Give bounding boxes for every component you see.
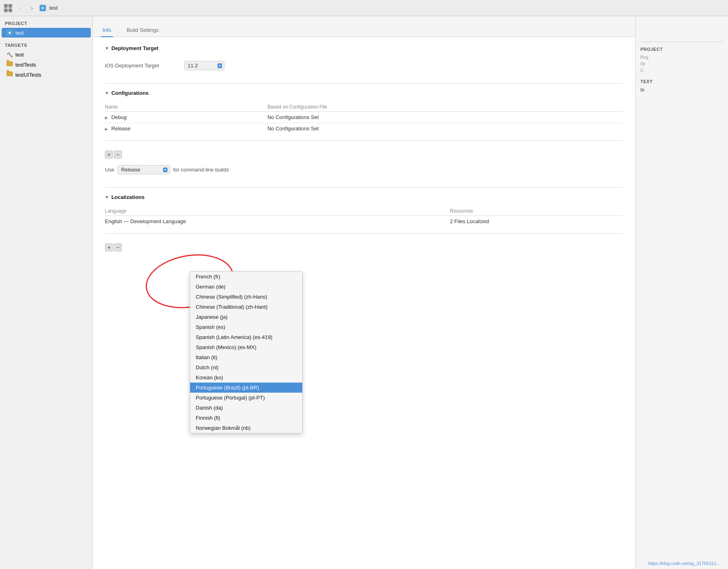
expand-arrow-release[interactable]: ▶ [105, 127, 108, 131]
url-bar: https://blog.csdn.net/qq_31765312... [648, 561, 720, 566]
inspector-text-value: In [640, 87, 723, 93]
sidebar-target-test-label: test [15, 52, 24, 58]
use-label: Use [105, 167, 114, 173]
release-select-wrapper: Release ▾ [117, 165, 170, 174]
dropdown-item-norwegian[interactable]: Norwegian Bokmål (nb) [190, 423, 302, 433]
dropdown-item-danish[interactable]: Danish (da) [190, 403, 302, 413]
inspector-org-label: Or [640, 61, 723, 66]
loc-english-language: English — Development Language [105, 216, 450, 227]
dropdown-item-japanese[interactable]: Japanese (ja) [190, 312, 302, 322]
loc-add-button[interactable]: + [105, 243, 113, 251]
ios-deployment-select[interactable]: 11.2 [184, 61, 224, 70]
localizations-label: Localizations [111, 194, 144, 200]
targets-section-header: TARGETS [0, 38, 92, 49]
ios-deployment-select-wrapper: 11.2 ▾ [184, 61, 224, 70]
dropdown-item-korean[interactable]: Korean (ko) [190, 372, 302, 383]
localizations-section: ▼ Localizations Language Resources Engli… [105, 194, 623, 255]
configurations-section: ▼ Configurations Name Based on Configura… [105, 90, 623, 178]
titlebar: ‹ › ■ test [0, 0, 728, 16]
deployment-target-header: ▼ Deployment Target [105, 45, 623, 51]
sidebar-target-testTests-label: testTests [15, 62, 36, 68]
dropdown-item-chinese-simplified[interactable]: Chinese (Simplified) (zh-Hans) [190, 292, 302, 302]
config-remove-button[interactable]: − [114, 151, 122, 159]
dropdown-item-portuguese-brazil[interactable]: Portuguese (Brazil) (pt-BR) [190, 383, 302, 393]
divider-2 [105, 187, 623, 188]
main-layout: PROJECT ■ test TARGETS 🔨 test testTests … [0, 16, 728, 569]
sidebar-item-testTests[interactable]: testTests [2, 60, 91, 69]
dropdown-item-spanish-latin[interactable]: Spanish (Latin America) (es-419) [190, 332, 302, 342]
col-resources: Resources [450, 207, 623, 216]
col-based-on: Based on Configuration File [268, 103, 623, 112]
loc-add-remove-row: + − [105, 240, 623, 255]
col-language: Language [105, 207, 450, 216]
expand-arrow-debug[interactable]: ▶ [105, 115, 108, 120]
project-file-icon: ■ [6, 29, 13, 36]
folder-icon-1 [6, 61, 13, 68]
tab-info[interactable]: Info [101, 24, 113, 37]
inspector-project-header: Project [640, 47, 723, 52]
cmdline-select[interactable]: Release [117, 165, 170, 174]
localizations-header: ▼ Localizations [105, 194, 623, 200]
sidebar-item-test-app[interactable]: 🔨 test [2, 50, 91, 59]
loc-remove-button[interactable]: − [114, 243, 122, 251]
deployment-target-label: Deployment Target [111, 45, 159, 51]
back-button[interactable]: ‹ [15, 4, 24, 13]
grid-icon [4, 4, 12, 12]
dropdown-item-portuguese-portugal[interactable]: Portuguese (Portugal) (pt-PT) [190, 393, 302, 403]
inspector-text-header: Text [640, 79, 723, 84]
sidebar: PROJECT ■ test TARGETS 🔨 test testTests … [0, 16, 93, 569]
settings-content: ▼ Deployment Target iOS Deployment Targe… [93, 37, 635, 569]
collapse-arrow-deployment[interactable]: ▼ [105, 46, 109, 50]
inspector-class-label: C [640, 68, 723, 73]
deployment-target-section: ▼ Deployment Target iOS Deployment Targe… [105, 45, 623, 73]
config-add-button[interactable]: + [105, 151, 113, 159]
dropdown-menu: French (fr) German (de) Chinese (Simplif… [190, 271, 303, 433]
cmdline-suffix: for command-line builds [173, 167, 229, 173]
dropdown-item-spanish-mexico[interactable]: Spanish (Mexico) (es-MX) [190, 342, 302, 352]
configurations-table: Name Based on Configuration File ▶ Debug… [105, 103, 623, 134]
config-release-based-on: No Configurations Set [268, 123, 623, 134]
file-icon: ■ [40, 5, 46, 11]
dropdown-item-dutch[interactable]: Dutch (nl) [190, 362, 302, 372]
inspector-project-section: Project Proj Or C [640, 47, 723, 73]
folder-icon-2 [6, 71, 13, 78]
sidebar-item-project[interactable]: ■ test [2, 28, 91, 38]
inspector-text-section: Text In [640, 79, 723, 93]
divider-loc [105, 233, 623, 234]
divider-config [105, 140, 623, 141]
sidebar-item-testUITests[interactable]: testUITests [2, 70, 91, 79]
table-row: ▶ Debug No Configurations Set [105, 112, 623, 123]
loc-english-resources: 2 Files Localized [450, 216, 623, 227]
cmdline-row: Use Release ▾ for command-line builds [105, 162, 623, 178]
divider-1 [105, 83, 623, 84]
app-target-icon: 🔨 [6, 51, 13, 58]
sidebar-project-label: test [15, 30, 24, 36]
config-add-remove-row: + − [105, 147, 623, 162]
inspector-proj-label: Proj [640, 55, 723, 60]
config-release-name: ▶ Release [105, 123, 268, 134]
dropdown-item-german[interactable]: German (de) [190, 282, 302, 292]
tab-bar: Info Build Settings [93, 16, 635, 37]
col-name: Name [105, 103, 268, 112]
localizations-table: Language Resources English — Development… [105, 207, 623, 227]
dropdown-item-italian[interactable]: Italian (it) [190, 352, 302, 362]
ios-deployment-row: iOS Deployment Target 11.2 ▾ [105, 58, 623, 73]
configurations-label: Configurations [111, 90, 149, 96]
table-row: English — Development Language 2 Files L… [105, 216, 623, 227]
project-section-header: PROJECT [0, 16, 92, 27]
dropdown-item-chinese-traditional[interactable]: Chinese (Traditional) (zh-Hant) [190, 302, 302, 312]
tab-build-settings[interactable]: Build Settings [125, 24, 161, 37]
forward-button[interactable]: › [27, 4, 36, 13]
configurations-header: ▼ Configurations [105, 90, 623, 96]
content-area: Info Build Settings ▼ Deployment Target … [93, 16, 635, 569]
collapse-arrow-config[interactable]: ▼ [105, 91, 109, 95]
dropdown-item-french[interactable]: French (fr) [190, 272, 302, 282]
dropdown-item-finnish[interactable]: Finnish (fi) [190, 413, 302, 423]
ios-deployment-label: iOS Deployment Target [105, 63, 178, 69]
titlebar-title: test [49, 5, 58, 11]
dropdown-item-spanish[interactable]: Spanish (es) [190, 322, 302, 332]
inspector-panel: Project Proj Or C Text In [635, 16, 728, 569]
table-row: ▶ Release No Configurations Set [105, 123, 623, 134]
config-debug-name: ▶ Debug [105, 112, 268, 123]
collapse-arrow-loc[interactable]: ▼ [105, 195, 109, 199]
